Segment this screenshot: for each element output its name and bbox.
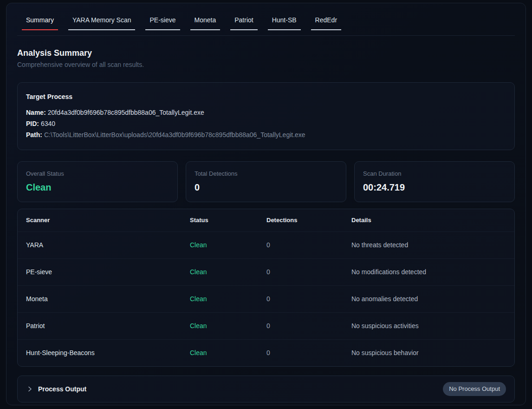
scanner-details: No threats detected (343, 232, 514, 258)
table-row-pe-sieve: PE-sieve Clean 0 No modifications detect… (18, 258, 514, 285)
process-path-row: Path: C:\Tools\LitterBox\LitterBox\uploa… (26, 129, 506, 140)
chevron-right-icon (26, 385, 33, 393)
tab-pe-sieve[interactable]: PE-sieve (145, 15, 180, 30)
target-process-title: Target Process (26, 92, 506, 101)
process-pid-label: PID: (26, 120, 39, 127)
process-pid-value: 6340 (41, 120, 55, 127)
col-header-details: Details (343, 209, 514, 231)
scanner-status: Clean (182, 340, 258, 366)
scanner-details: No modifications detected (343, 259, 514, 285)
scanner-detections: 0 (258, 313, 343, 339)
target-process-card: Target Process Name: 20fd4a3df0b9f696b78… (17, 82, 515, 150)
tab-bar: Summary YARA Memory Scan PE-sieve Moneta… (17, 3, 515, 36)
process-pid-row: PID: 6340 (26, 118, 506, 129)
scan-duration-label: Scan Duration (363, 170, 506, 178)
overall-status-value: Clean (26, 181, 169, 194)
scan-results-table: Scanner Status Detections Details YARA C… (17, 209, 515, 367)
scanner-detections: 0 (258, 340, 343, 366)
process-output-badge: No Process Output (443, 382, 506, 396)
scanner-status: Clean (182, 313, 258, 339)
scanner-name: PE-sieve (18, 259, 182, 285)
scanner-status: Clean (182, 286, 258, 312)
scanner-name: Moneta (18, 286, 182, 312)
page-subtitle: Comprehensive overview of all scan resul… (17, 60, 515, 69)
process-path-label: Path: (26, 131, 42, 139)
process-name-value: 20fd4a3df0b9f696b78c895dfbb88a06_Totally… (48, 109, 204, 116)
table-row-patriot: Patriot Clean 0 No suspicious activities (18, 312, 514, 339)
scanner-name: YARA (18, 232, 182, 258)
summary-content: Analysis Summary Comprehensive overview … (6, 36, 526, 402)
scanner-details: No suspicious activities (343, 313, 514, 339)
process-name-row: Name: 20fd4a3df0b9f696b78c895dfbb88a06_T… (26, 107, 506, 118)
table-row-yara: YARA Clean 0 No threats detected (18, 231, 514, 258)
scanner-status: Clean (182, 232, 258, 258)
tab-summary[interactable]: Summary (22, 15, 58, 30)
page-title: Analysis Summary (17, 47, 515, 59)
scanner-details: No anomalies detected (343, 286, 514, 312)
tab-yara-memory-scan[interactable]: YARA Memory Scan (68, 15, 136, 30)
scan-duration-value: 00:24.719 (363, 181, 506, 194)
stats-row: Overall Status Clean Total Detections 0 … (17, 161, 515, 202)
tab-rededr[interactable]: RedEdr (311, 15, 341, 30)
table-header-row: Scanner Status Detections Details (18, 209, 514, 231)
scanner-details: No suspicious behavior (343, 340, 514, 366)
scanner-name: Patriot (18, 313, 182, 339)
scanner-detections: 0 (258, 232, 343, 258)
col-header-scanner: Scanner (18, 209, 182, 231)
total-detections-value: 0 (195, 181, 337, 194)
scanner-status: Clean (182, 259, 258, 285)
process-output-label: Process Output (38, 383, 86, 395)
process-output-toggle[interactable]: Process Output No Process Output (17, 376, 515, 402)
tab-patriot[interactable]: Patriot (230, 15, 257, 30)
process-name-label: Name: (26, 109, 46, 116)
col-header-detections: Detections (258, 209, 343, 231)
overall-status-label: Overall Status (26, 170, 169, 178)
col-header-status: Status (182, 209, 258, 231)
scanner-detections: 0 (258, 286, 343, 312)
scanner-name: Hunt-Sleeping-Beacons (18, 340, 182, 366)
process-path-value: C:\Tools\LitterBox\LitterBox\uploads\20f… (44, 131, 305, 139)
tab-hunt-sb[interactable]: Hunt-SB (268, 15, 301, 30)
table-row-hunt-sleeping-beacons: Hunt-Sleeping-Beacons Clean 0 No suspici… (18, 339, 514, 366)
analysis-panel: Summary YARA Memory Scan PE-sieve Moneta… (6, 3, 526, 405)
overall-status-card: Overall Status Clean (17, 161, 178, 202)
table-row-moneta: Moneta Clean 0 No anomalies detected (18, 285, 514, 312)
total-detections-card: Total Detections 0 (186, 161, 346, 202)
scanner-detections: 0 (258, 259, 343, 285)
tab-moneta[interactable]: Moneta (190, 15, 221, 30)
total-detections-label: Total Detections (195, 170, 337, 178)
scan-duration-card: Scan Duration 00:24.719 (354, 161, 515, 202)
